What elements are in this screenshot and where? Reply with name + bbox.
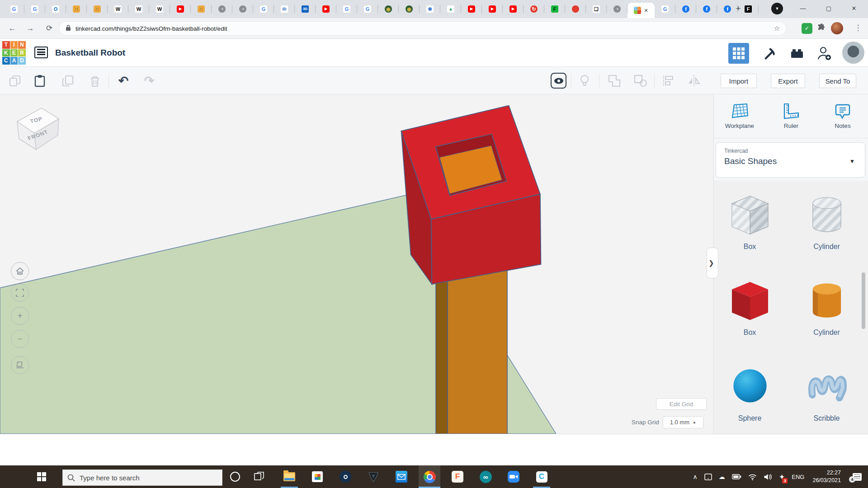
browser-tab[interactable]: ● <box>565 0 586 18</box>
taskbar-app-mail[interactable] <box>391 465 412 488</box>
browser-tab[interactable]: ▶ <box>316 0 336 18</box>
battery-icon[interactable] <box>732 474 741 479</box>
design-menu-icon[interactable] <box>34 47 48 58</box>
new-tab-button[interactable]: + <box>732 3 744 15</box>
taskbar-app-chrome[interactable] <box>419 465 440 488</box>
url-text[interactable]: tinkercad.com/things/bzZ2siwsOfm-basketb… <box>75 25 774 32</box>
dropbox-tray-icon[interactable]: ✦ 3 <box>779 473 785 481</box>
address-bar[interactable]: tinkercad.com/things/bzZ2siwsOfm-basketb… <box>59 21 787 36</box>
mirror-button[interactable] <box>685 72 703 89</box>
start-button[interactable] <box>31 465 52 488</box>
browser-tab[interactable]: G <box>655 0 675 18</box>
browser-tab[interactable]: ◔ <box>232 0 253 18</box>
tab-close-icon[interactable]: ✕ <box>644 8 648 14</box>
snap-grid-select[interactable]: 1.0 mm ▲ <box>663 416 703 428</box>
notes-tool[interactable]: Notes <box>817 94 868 138</box>
fit-view-button[interactable] <box>11 284 29 302</box>
browser-tab[interactable]: G <box>336 0 357 18</box>
view-cube[interactable]: TOP FRONT <box>12 102 64 156</box>
language-indicator[interactable]: ENG <box>792 474 804 480</box>
window-close-button[interactable]: ✕ <box>844 0 864 17</box>
wifi-icon[interactable] <box>748 474 757 480</box>
extensions-puzzle-icon[interactable] <box>816 23 826 35</box>
browser-tab[interactable]: ▶ <box>482 0 503 18</box>
taskbar-app-predator[interactable] <box>363 465 384 488</box>
bookmark-star-icon[interactable]: ☆ <box>774 24 780 33</box>
browser-tab[interactable]: ◉ <box>378 0 399 18</box>
shape-library-select[interactable]: Tinkercad Basic Shapes ▼ <box>716 142 865 178</box>
taskbar-app-zoom[interactable] <box>503 465 524 488</box>
panel-scrollbar[interactable] <box>862 272 865 329</box>
browser-tab[interactable]: W <box>108 0 128 18</box>
browser-tab[interactable]: O <box>45 0 66 18</box>
extension-check-icon[interactable]: ✓ <box>802 23 812 34</box>
window-minimize-button[interactable]: — <box>793 0 813 17</box>
clock[interactable]: 22:27 26/03/2021 <box>812 469 841 484</box>
delete-button[interactable] <box>86 72 104 89</box>
post-left-face[interactable] <box>436 258 448 434</box>
paste-button[interactable] <box>31 72 48 89</box>
tray-chevron-icon[interactable]: ∧ <box>693 473 698 480</box>
shape-tile-hole-box[interactable]: Box <box>724 192 776 251</box>
browser-tab[interactable]: ▶ <box>170 0 191 18</box>
back-button[interactable]: ← <box>6 23 18 34</box>
edit-grid-button[interactable]: Edit Grid <box>656 398 707 410</box>
browser-tab[interactable]: ✽ <box>420 0 440 18</box>
browser-tab[interactable]: G <box>357 0 378 18</box>
blocks-view-button[interactable] <box>728 43 749 64</box>
user-avatar[interactable] <box>842 42 864 64</box>
taskbar-app-steam[interactable] <box>335 465 356 488</box>
task-view-button[interactable] <box>248 465 270 488</box>
taskbar-app-arduino[interactable]: ∞ <box>475 465 496 488</box>
browser-tab[interactable]: G <box>4 0 24 18</box>
browser-tab[interactable]: ◔ <box>212 0 232 18</box>
taskbar-app-store[interactable] <box>307 465 328 488</box>
browser-tab[interactable]: ∷ <box>87 0 108 18</box>
minecraft-export-button[interactable] <box>759 43 780 64</box>
volume-icon[interactable] <box>764 474 772 480</box>
shape-tile-scribble[interactable]: Scribble <box>801 364 853 422</box>
shape-tile-sphere[interactable]: Sphere <box>724 364 776 422</box>
browser-tab[interactable]: W <box>149 0 170 18</box>
show-all-hidden-button[interactable] <box>551 73 566 89</box>
import-button[interactable]: Import <box>721 74 757 88</box>
undo-button[interactable]: ↶ <box>115 72 132 89</box>
browser-tab[interactable]: G <box>24 0 45 18</box>
browser-tab[interactable]: f <box>696 0 717 18</box>
brick-export-button[interactable] <box>787 43 807 64</box>
perspective-toggle-button[interactable] <box>11 356 29 374</box>
browser-tab[interactable]: iD <box>274 0 295 18</box>
duplicate-button[interactable] <box>59 72 76 89</box>
workplane-tool[interactable]: Workplane <box>714 94 765 138</box>
zoom-out-button[interactable]: − <box>11 330 29 348</box>
lock-icon[interactable] <box>66 24 71 33</box>
browser-tab[interactable]: ▶ <box>461 0 482 18</box>
tinkercad-logo[interactable]: TINKERCAD <box>2 41 26 65</box>
window-maximize-button[interactable]: ▢ <box>818 0 839 17</box>
browser-tab[interactable]: ▶ <box>503 0 524 18</box>
zoom-in-button[interactable]: + <box>11 307 29 325</box>
browser-tab[interactable]: f <box>675 0 696 18</box>
taskbar-app-file-explorer[interactable] <box>278 465 300 488</box>
cortana-button[interactable] <box>230 472 240 482</box>
taskbar-app-fusion-360[interactable]: F <box>447 465 468 488</box>
viewport[interactable]: TOP FRONT + − Edit Grid Snap Grid 1.0 mm… <box>0 94 868 434</box>
browser-tab[interactable]: F <box>544 0 565 18</box>
group-button[interactable] <box>606 72 623 89</box>
home-view-button[interactable] <box>11 262 29 280</box>
tablet-mode-icon[interactable] <box>704 474 712 480</box>
send-to-button[interactable]: Send To <box>819 74 856 88</box>
3d-scene[interactable] <box>0 94 713 434</box>
ruler-tool[interactable]: Ruler <box>765 94 817 138</box>
browser-tab[interactable]: ∷ <box>66 0 87 18</box>
align-button[interactable] <box>660 72 677 89</box>
panel-collapse-button[interactable]: ❯ <box>707 248 718 278</box>
browser-tab[interactable]: ∷ <box>191 0 212 18</box>
forward-button[interactable]: → <box>24 23 36 34</box>
browser-menu-icon[interactable]: ⋮ <box>854 23 863 33</box>
browser-tab[interactable]: ▲ <box>440 0 461 18</box>
browser-tab[interactable]: ↻ <box>524 0 544 18</box>
onedrive-cloud-icon[interactable]: ☁ <box>719 473 725 480</box>
taskbar-app-cura[interactable]: C <box>531 465 552 488</box>
shape-tile-cylinder[interactable]: Cylinder <box>801 278 853 337</box>
